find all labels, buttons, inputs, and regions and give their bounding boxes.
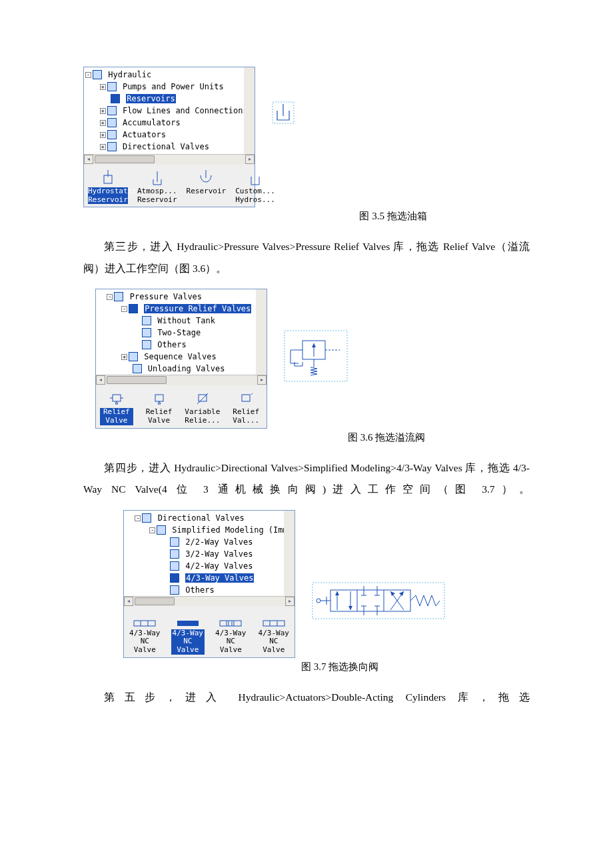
scroll-right-icon[interactable]: ▸ xyxy=(245,155,255,164)
tree-row[interactable]: + Pumps and Power Units xyxy=(85,81,244,93)
tree-row[interactable]: - Directional Valves xyxy=(125,512,284,524)
scroll-down-icon[interactable]: ▾ xyxy=(284,584,289,596)
tree-label: Accumulators xyxy=(123,118,181,127)
svg-line-13 xyxy=(251,393,253,395)
tree-row[interactable]: - Simplified Modeling (Imm xyxy=(125,524,284,536)
expand-plus-icon[interactable]: + xyxy=(100,108,106,114)
expand-plus-icon[interactable]: + xyxy=(100,144,106,150)
tree-row[interactable]: - Hydraulic xyxy=(85,69,244,81)
tree-label: Unloading Valves xyxy=(148,364,225,373)
tree-row[interactable]: 4/2-Way Valves xyxy=(125,560,284,572)
svg-marker-17 xyxy=(312,343,316,347)
scroll-down-icon[interactable]: ▾ xyxy=(244,142,249,154)
palette-item[interactable]: 4/3-Way NC Valve xyxy=(128,609,162,655)
folder-icon xyxy=(129,352,138,361)
tree-label: 3/2-Way Valves xyxy=(185,549,253,559)
expand-minus-icon[interactable]: - xyxy=(149,527,155,533)
figure-caption: 图 3.7 拖选换向阀 xyxy=(83,661,530,673)
palette-item[interactable]: Custom... Hydros... xyxy=(235,167,275,204)
folder-selected-icon xyxy=(170,573,179,583)
scroll-right-icon[interactable]: ▸ xyxy=(285,597,295,606)
tree-row[interactable]: Two-Stage xyxy=(97,327,256,339)
tree-row[interactable]: Reservoirs xyxy=(85,93,244,105)
figure-3-7: - Directional Valves - Simplified Modeli… xyxy=(83,510,530,673)
tree-row[interactable]: Unloading Valves xyxy=(97,363,256,375)
svg-rect-20 xyxy=(134,621,155,626)
reservoir-icon xyxy=(88,167,128,186)
tree-row[interactable]: + Accumulators xyxy=(85,117,244,129)
tree-label: Others xyxy=(185,585,214,595)
palette-item[interactable]: Hydrostatic Reservoir xyxy=(88,167,128,204)
folder-selected-icon xyxy=(129,304,138,313)
palette-item[interactable]: Relief Valve xyxy=(100,388,133,425)
palette-item[interactable]: Variable Relie... xyxy=(185,388,220,425)
scroll-thumb[interactable] xyxy=(135,597,175,605)
horizontal-scrollbar[interactable]: ◂ ▸ xyxy=(124,596,295,607)
tree-label: Directional Valves xyxy=(123,142,209,151)
folder-icon xyxy=(170,537,179,547)
expand-plus-icon[interactable]: + xyxy=(100,120,106,126)
tree-row[interactable]: + Directional Valves xyxy=(85,141,244,153)
palette-label: Relief Valve xyxy=(143,408,176,425)
directional-valve-symbol-icon xyxy=(312,582,445,619)
folder-icon xyxy=(114,292,123,301)
expand-minus-icon[interactable]: - xyxy=(121,306,127,312)
folder-icon xyxy=(170,561,179,571)
scroll-left-icon[interactable]: ◂ xyxy=(84,155,93,164)
scroll-left-icon[interactable]: ◂ xyxy=(96,375,105,385)
tree-label: Pressure Valves xyxy=(130,292,202,301)
palette: Relief Valve Relief Valve Variable Relie… xyxy=(96,385,267,427)
scroll-up-icon[interactable]: ▴ xyxy=(244,67,255,79)
svg-rect-23 xyxy=(177,621,199,626)
scroll-up-icon[interactable]: ▴ xyxy=(256,289,267,301)
tree-row[interactable]: 3/2-Way Valves xyxy=(125,548,284,560)
dropped-symbol xyxy=(284,289,348,382)
tree-label: Others xyxy=(157,340,186,349)
scroll-thumb[interactable] xyxy=(107,376,167,384)
vertical-scrollbar[interactable]: ▴ ▾ xyxy=(244,67,255,154)
expand-minus-icon[interactable]: - xyxy=(107,294,113,300)
scroll-thumb[interactable] xyxy=(95,155,155,163)
expand-plus-icon[interactable]: + xyxy=(100,132,106,138)
scroll-left-icon[interactable]: ◂ xyxy=(124,597,133,606)
tree-row[interactable]: - Pressure Valves xyxy=(97,291,256,303)
expand-plus-icon[interactable]: + xyxy=(100,84,106,90)
tree-row[interactable]: 2/2-Way Valves xyxy=(125,536,284,548)
horizontal-scrollbar[interactable]: ◂ ▸ xyxy=(84,154,255,165)
folder-icon xyxy=(133,364,142,373)
body-paragraph: 第三步，进入 Hydraulic>Pressure Valves>Pressur… xyxy=(83,236,530,279)
tree-label: Two-Stage xyxy=(157,328,201,337)
horizontal-scrollbar[interactable]: ◂ ▸ xyxy=(96,375,267,385)
palette-item[interactable]: 4/3-Way NC Valve xyxy=(214,609,248,655)
svg-marker-42 xyxy=(348,606,352,610)
figure-3-5: - Hydraulic + Pumps and Power Units Rese… xyxy=(83,67,530,223)
scroll-up-icon[interactable]: ▴ xyxy=(284,511,295,523)
tree-row[interactable]: + Flow Lines and Connections xyxy=(85,105,244,117)
palette-item[interactable]: Atmosp... Reservoir xyxy=(137,167,177,204)
scroll-down-icon[interactable]: ▾ xyxy=(256,363,261,375)
svg-rect-32 xyxy=(312,583,444,619)
tree-row[interactable]: + Sequence Valves xyxy=(97,351,256,363)
folder-icon xyxy=(107,142,117,151)
expand-minus-icon[interactable]: - xyxy=(135,515,141,521)
tree-row[interactable]: Others xyxy=(97,339,256,351)
vertical-scrollbar[interactable]: ▴ ▾ xyxy=(256,289,267,375)
figure-3-6: - Pressure Valves - Pressure Relief Valv… xyxy=(83,289,530,443)
tree-row[interactable]: Without Tank xyxy=(97,315,256,327)
expand-minus-icon[interactable]: - xyxy=(85,72,91,78)
tree-row[interactable]: + Actuators xyxy=(85,129,244,141)
vertical-scrollbar[interactable]: ▴ ▾ xyxy=(284,511,295,596)
palette-item[interactable]: 4/3-Way NC Valve xyxy=(257,609,291,655)
tree-row[interactable]: - Pressure Relief Valves xyxy=(97,303,256,315)
tree-row[interactable]: Others xyxy=(125,584,284,596)
folder-icon xyxy=(107,130,117,139)
palette-item[interactable]: Relief Valve xyxy=(143,388,176,425)
scroll-right-icon[interactable]: ▸ xyxy=(257,375,267,385)
palette-item[interactable]: Relief Val... xyxy=(229,388,263,425)
palette-item[interactable]: Reservoir xyxy=(187,167,227,196)
palette-item[interactable]: 4/3-Way NC Valve xyxy=(171,609,205,655)
tree-row[interactable]: 4/3-Way Valves xyxy=(125,572,284,584)
dropped-symbol xyxy=(312,510,445,619)
tree-panel: - Pressure Valves - Pressure Relief Valv… xyxy=(95,289,267,428)
expand-plus-icon[interactable]: + xyxy=(121,354,127,360)
